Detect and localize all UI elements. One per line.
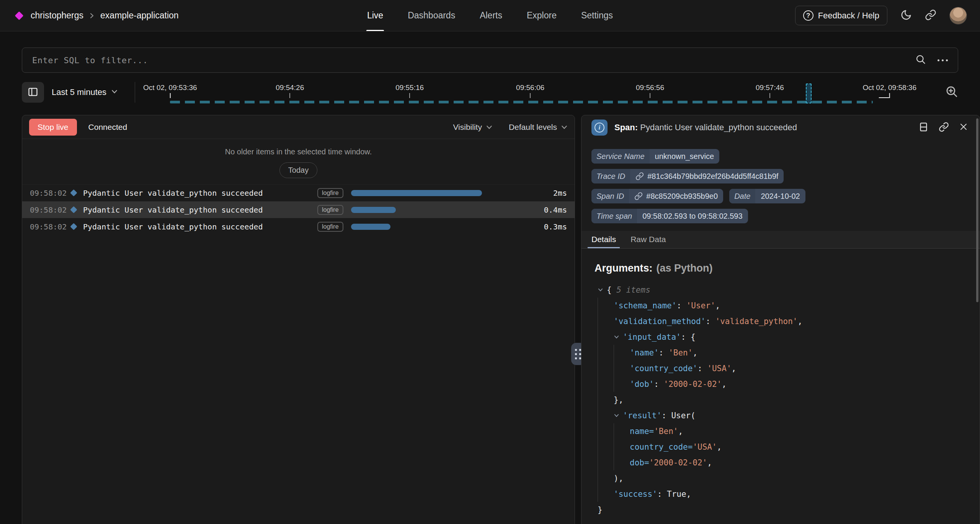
code-line: 'country_code': 'USA', [598,360,968,376]
breadcrumb-project[interactable]: example-application [100,10,179,21]
stop-live-button[interactable]: Stop live [29,119,77,136]
indent-guide [598,345,614,360]
span-title-text: Pydantic User validate_python succeeded [640,123,797,132]
log-message: Pydantic User validate_python succeeded [83,188,317,198]
timeline-tick: 09:56:06 [516,84,544,98]
span-diamond-icon [70,189,77,196]
divider [135,82,135,103]
log-list: 09:58:02Pydantic User validate_python su… [22,184,575,235]
duration-bar-zone [351,190,523,196]
link-icon [634,192,643,200]
default-levels-dropdown[interactable]: Default levels [509,123,568,132]
toggle-sidebar-button[interactable] [22,82,44,103]
collapse-chevron-icon[interactable] [614,413,623,418]
close-icon[interactable] [959,122,968,133]
visibility-label: Visibility [453,123,482,132]
info-icon: i [591,120,608,136]
nav-right: ? Feedback / Help [795,6,967,25]
indent-guide [598,408,614,423]
code-line: 'success': True, [598,486,968,502]
indent-guide [598,329,614,345]
scope-tag: logfire [317,222,343,232]
nav-tab-settings[interactable]: Settings [581,0,613,31]
logfire-logo-icon[interactable] [15,11,24,20]
live-view-panel: Stop live Connected Visibility Default l… [22,115,575,524]
timeline-row: Last 5 minutes Oct 02, 09:53:3609:54:260… [22,79,958,106]
date-chip: Date 2024-10-02 [729,189,805,203]
detail-tabs: DetailsRaw Data [581,231,980,249]
today-pill[interactable]: Today [279,162,317,178]
zoom-in-icon[interactable] [945,85,958,100]
duration-bar-zone [351,224,523,230]
span-id-chip[interactable]: Span ID #8c85209cb935b9e0 [591,189,723,203]
log-time: 09:58:02 [30,222,70,231]
empty-zone: No older items in the selected time wind… [22,139,575,184]
arguments-code-tree: { 5 items'schema_name': 'User','validati… [595,282,968,517]
breadcrumb-org[interactable]: christophergs [31,10,83,21]
nav-tab-live[interactable]: Live [367,0,383,31]
link-icon [635,172,644,180]
code-line: }, [598,392,968,408]
indent-guide [614,376,630,392]
trace-id-chip[interactable]: Trace ID #81c364b79bbd92ef26b4dd5ff4c81b… [591,169,784,183]
time-span-label: Time span [591,209,637,223]
log-row[interactable]: 09:58:02Pydantic User validate_python su… [22,218,575,235]
arguments-heading-text: Arguments: [595,262,653,274]
share-link-button[interactable] [925,9,936,22]
sql-filter-bar[interactable]: Enter SQL to filter... [22,47,958,73]
indent-guide [598,455,614,470]
user-avatar[interactable] [949,7,967,25]
date-value: 2024-10-02 [755,192,805,201]
sidebar-layout-icon [28,87,38,98]
detail-tab-raw-data[interactable]: Raw Data [630,235,666,248]
timeline-track[interactable]: Oct 02, 09:53:3609:54:2609:55:1609:56:06… [140,79,938,106]
collapse-chevron-icon[interactable] [598,287,607,293]
scrollbar-thumb[interactable] [976,118,978,302]
span-title-prefix: Span: [614,123,638,132]
nav-tab-alerts[interactable]: Alerts [480,0,502,31]
visibility-dropdown[interactable]: Visibility [453,123,492,132]
timeline-activity-dashes [170,101,873,103]
code-line: 'input_data': { [598,329,968,345]
timeline-activity-spike [806,84,812,103]
time-span-chip: Time span 09:58:02.593 to 09:58:02.593 [591,209,748,223]
code-line: 'dob': '2000-02-02', [598,376,968,392]
code-line: 'result': User( [598,408,968,423]
code-line: } [598,502,968,517]
search-icon[interactable] [915,54,926,66]
log-row[interactable]: 09:58:02Pydantic User validate_python su… [22,184,575,201]
connection-status: Connected [88,123,127,132]
indent-guide [598,360,614,376]
sql-filter-placeholder: Enter SQL to filter... [32,56,148,65]
code-line: ), [598,470,968,486]
trace-id-label: Trace ID [591,169,630,183]
duration-value: 2ms [530,188,567,198]
detail-tab-details[interactable]: Details [591,235,616,248]
feedback-help-button[interactable]: ? Feedback / Help [795,6,887,25]
indent-guide [614,455,630,470]
date-label: Date [729,189,755,203]
span-detail-panel: i Span: Pydantic User validate_python su… [581,115,980,524]
time-span-value: 09:58:02.593 to 09:58:02.593 [637,212,748,221]
code-line: name='Ben', [598,423,968,439]
detail-content: Arguments:(as Python) { 5 items'schema_n… [581,249,980,517]
theme-toggle-button[interactable] [900,9,912,22]
indent-guide [614,360,630,376]
copy-link-icon[interactable] [939,122,949,134]
time-range-select[interactable]: Last 5 minutes [52,87,118,97]
split-panel-icon[interactable] [918,122,929,134]
indent-guide [598,313,614,329]
empty-message: No older items in the selected time wind… [22,147,575,156]
chevron-right-icon [89,13,95,19]
duration-bar-zone [351,207,523,213]
collapse-chevron-icon[interactable] [614,334,623,340]
service-name-chip: Service Name unknown_service [591,149,719,164]
more-options-icon[interactable] [938,59,948,61]
log-row[interactable]: 09:58:02Pydantic User validate_python su… [22,201,575,218]
log-message: Pydantic User validate_python succeeded [83,222,317,231]
indent-guide [598,376,614,392]
span-diamond-icon [70,206,77,213]
nav-tab-dashboards[interactable]: Dashboards [408,0,455,31]
indent-guide [614,439,630,455]
nav-tab-explore[interactable]: Explore [527,0,557,31]
